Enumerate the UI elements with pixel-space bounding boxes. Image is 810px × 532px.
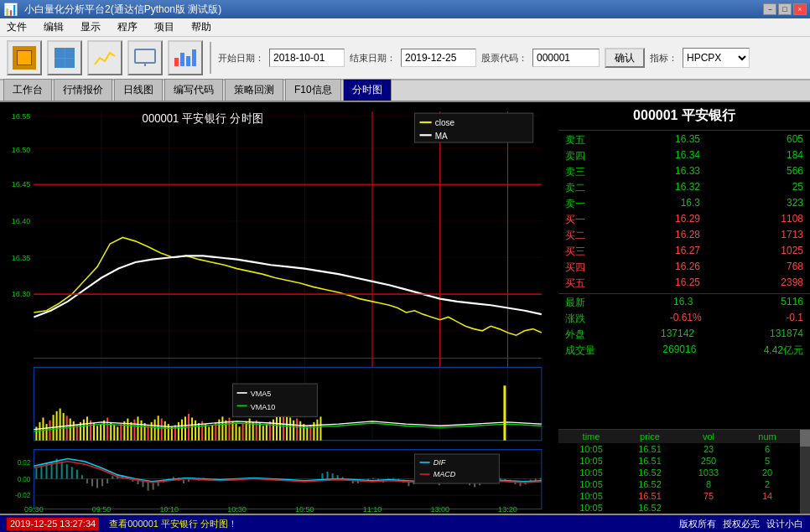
workbench-icon-btn[interactable] bbox=[7, 40, 42, 75]
toolbar-separator bbox=[210, 42, 211, 74]
svg-text:16.55: 16.55 bbox=[12, 111, 31, 120]
menu-program[interactable]: 程序 bbox=[114, 18, 141, 36]
svg-rect-0 bbox=[135, 49, 155, 63]
t4-time: 10:05 bbox=[562, 479, 620, 489]
svg-rect-70 bbox=[133, 420, 135, 441]
t4-vol: 8 bbox=[679, 479, 738, 489]
menu-help[interactable]: 帮助 bbox=[188, 18, 215, 36]
buy-5-label: 买五 bbox=[565, 276, 589, 291]
trade-vol-row: 成交量 269016 4.42亿元 bbox=[558, 343, 810, 359]
menu-file[interactable]: 文件 bbox=[3, 18, 30, 36]
tab-workbench[interactable]: 工作台 bbox=[3, 79, 52, 101]
menu-edit[interactable]: 编辑 bbox=[40, 18, 67, 36]
svg-rect-172 bbox=[321, 473, 323, 479]
svg-rect-66 bbox=[120, 424, 122, 441]
t5-num: 14 bbox=[738, 491, 797, 501]
latest-price-row: 最新 16.3 5116 bbox=[558, 293, 810, 311]
svg-rect-138 bbox=[35, 467, 37, 478]
t1-vol: 23 bbox=[679, 444, 738, 454]
svg-rect-167 bbox=[183, 480, 184, 483]
tab-quotes[interactable]: 行情报价 bbox=[54, 79, 112, 101]
stock-code-input[interactable] bbox=[532, 49, 600, 67]
scrollbar[interactable] bbox=[800, 430, 810, 514]
buy-3-price: 16.27 bbox=[650, 245, 700, 259]
t4-num: 2 bbox=[738, 479, 797, 489]
svg-rect-152 bbox=[106, 479, 108, 483]
t5-vol: 75 bbox=[679, 491, 738, 501]
sell-4-price: 16.34 bbox=[650, 149, 700, 163]
svg-text:000001 平安银行  分时图: 000001 平安银行 分时图 bbox=[143, 112, 264, 126]
svg-rect-144 bbox=[66, 464, 68, 478]
svg-text:13:00: 13:00 bbox=[430, 504, 449, 513]
trade-vol-1: 269016 bbox=[662, 343, 696, 358]
tab-code[interactable]: 编写代码 bbox=[164, 79, 223, 101]
bar-chart-icon-btn[interactable] bbox=[168, 40, 203, 75]
svg-rect-229 bbox=[503, 385, 506, 440]
svg-rect-139 bbox=[40, 466, 42, 478]
svg-text:09:30: 09:30 bbox=[24, 504, 44, 513]
svg-rect-99 bbox=[231, 421, 233, 441]
svg-rect-84 bbox=[181, 420, 183, 441]
sell-2-label: 卖二 bbox=[565, 181, 589, 195]
screen-icon-btn[interactable] bbox=[127, 40, 163, 75]
table-icon-btn[interactable] bbox=[47, 40, 82, 75]
svg-rect-161 bbox=[153, 483, 154, 490]
svg-rect-25 bbox=[414, 113, 532, 142]
end-date-input[interactable] bbox=[401, 49, 476, 67]
svg-text:16.35: 16.35 bbox=[12, 252, 31, 261]
col-vol: vol bbox=[679, 431, 738, 442]
col-time: time bbox=[562, 431, 620, 442]
change-val: -0.1 bbox=[786, 312, 803, 326]
buy-3-row: 买三 16.27 1025 bbox=[558, 244, 810, 260]
tab-strategy[interactable]: 策略回测 bbox=[225, 79, 283, 101]
svg-rect-79 bbox=[164, 421, 166, 441]
sell-1-row: 卖一 16.3 323 bbox=[558, 196, 810, 212]
trade-vol-label: 成交量 bbox=[565, 343, 595, 358]
outer-vol-2: 131874 bbox=[770, 328, 803, 342]
tab-daily[interactable]: 日线图 bbox=[114, 79, 163, 101]
tabs: 工作台 行情报价 日线图 编写代码 策略回测 F10信息 分时图 bbox=[0, 80, 810, 102]
svg-rect-68 bbox=[127, 419, 128, 441]
buy-1-price: 16.29 bbox=[650, 213, 700, 227]
svg-text:VMA10: VMA10 bbox=[251, 401, 276, 411]
svg-rect-108 bbox=[262, 426, 264, 440]
indicator-select[interactable]: HPCPX bbox=[683, 48, 750, 68]
buy-4-price: 16.26 bbox=[650, 261, 700, 275]
status-bar-right: 版权所有 授权必完 设计小白 bbox=[679, 518, 803, 530]
trade-table: time price vol num 10:05 16.51 23 6 10:0… bbox=[558, 429, 810, 514]
svg-rect-71 bbox=[137, 416, 138, 440]
svg-text:10:10: 10:10 bbox=[159, 504, 179, 513]
svg-rect-59 bbox=[96, 426, 98, 440]
t3-num: 20 bbox=[738, 467, 797, 478]
menu-project[interactable]: 项目 bbox=[151, 18, 178, 36]
buy-1-row: 买一 16.29 1108 bbox=[558, 212, 810, 228]
col-price: price bbox=[620, 431, 679, 442]
status-message: 查看000001 平安银行 分时图！ bbox=[109, 518, 237, 530]
confirm-button[interactable]: 确认 bbox=[605, 48, 645, 68]
line-chart-icon-btn[interactable] bbox=[87, 40, 122, 75]
close-button[interactable]: × bbox=[793, 3, 807, 15]
tab-minute[interactable]: 分时图 bbox=[343, 79, 392, 101]
status-copyright: 版权所有 bbox=[679, 518, 716, 530]
svg-rect-82 bbox=[174, 425, 176, 441]
svg-rect-45 bbox=[49, 421, 51, 441]
tab-f10[interactable]: F10信息 bbox=[285, 79, 341, 101]
start-date-input[interactable] bbox=[269, 49, 345, 67]
t2-time: 10:05 bbox=[562, 456, 620, 466]
start-date-label: 开始日期： bbox=[218, 52, 264, 65]
menu-view[interactable]: 显示 bbox=[77, 18, 104, 36]
svg-rect-106 bbox=[256, 421, 257, 441]
svg-rect-109 bbox=[266, 424, 267, 441]
buy-2-price: 16.28 bbox=[650, 229, 700, 243]
svg-rect-112 bbox=[276, 416, 278, 440]
sell-3-label: 卖三 bbox=[565, 165, 589, 179]
svg-text:VMA5: VMA5 bbox=[251, 389, 272, 398]
svg-rect-58 bbox=[93, 423, 95, 441]
minimize-button[interactable]: － bbox=[763, 3, 776, 15]
scrollbar-thumb[interactable] bbox=[800, 430, 810, 447]
maximize-button[interactable]: □ bbox=[778, 3, 792, 15]
buy-4-vol: 768 bbox=[761, 261, 803, 275]
status-datetime: 2019-12-25 13:27:34 bbox=[7, 518, 99, 530]
t4-price: 16.52 bbox=[620, 479, 679, 489]
svg-rect-125 bbox=[319, 416, 321, 440]
